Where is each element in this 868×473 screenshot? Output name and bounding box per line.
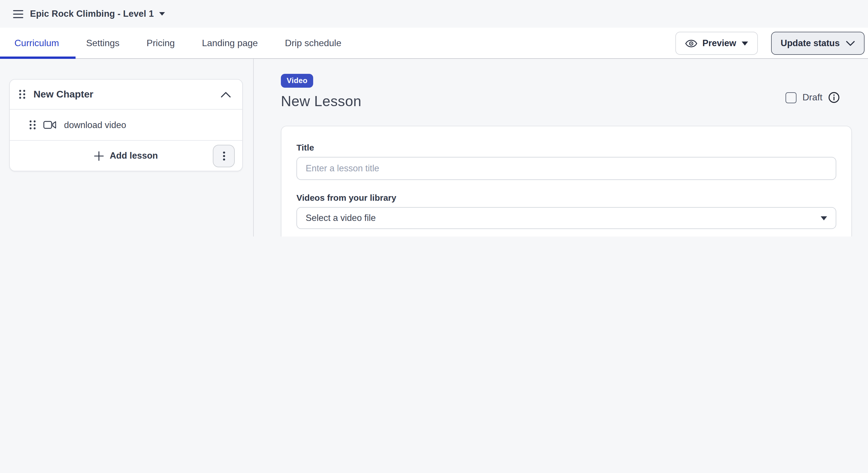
video-camera-icon	[43, 121, 57, 129]
tab-pricing[interactable]: Pricing	[147, 28, 175, 58]
header-actions: Preview Update status	[675, 32, 865, 55]
lesson-form-card: Title Videos from your library Select a …	[281, 126, 852, 236]
hamburger-menu-icon[interactable]	[9, 5, 27, 23]
drag-handle-icon[interactable]	[29, 120, 36, 130]
eye-icon	[685, 39, 697, 48]
library-label: Videos from your library	[297, 193, 836, 202]
lesson-row[interactable]: download video	[10, 109, 242, 140]
update-status-button[interactable]: Update status	[771, 32, 865, 55]
course-title-dropdown[interactable]: Epic Rock Climbing - Level 1	[30, 9, 165, 19]
lesson-heading: New Lesson	[281, 93, 868, 109]
draft-label: Draft	[803, 92, 823, 103]
tab-landing-page[interactable]: Landing page	[202, 28, 258, 58]
update-status-label: Update status	[781, 38, 840, 49]
curriculum-sidebar: New Chapter download video	[0, 59, 254, 236]
lesson-item-title: download video	[64, 120, 126, 130]
collapse-chapter-button[interactable]	[219, 89, 233, 99]
top-bar: Epic Rock Climbing - Level 1	[0, 0, 868, 28]
preview-label: Preview	[703, 38, 736, 49]
plus-icon	[94, 151, 104, 161]
info-icon[interactable]	[828, 92, 840, 103]
lesson-type-badge: Video	[281, 74, 313, 88]
add-lesson-button[interactable]: Add lesson	[91, 150, 161, 161]
lesson-editor: Video New Lesson Draft Title Videos from…	[254, 59, 868, 236]
draft-control: Draft	[786, 92, 840, 103]
tab-bar: Curriculum Settings Pricing Landing page…	[0, 28, 868, 59]
tab-settings[interactable]: Settings	[86, 28, 120, 58]
course-title: Epic Rock Climbing - Level 1	[30, 9, 154, 19]
video-library-select[interactable]: Select a video file	[297, 207, 836, 229]
chevron-down-icon	[846, 41, 855, 46]
chapter-header[interactable]: New Chapter	[10, 80, 242, 109]
preview-button[interactable]: Preview	[675, 32, 757, 55]
tab-drip-schedule[interactable]: Drip schedule	[285, 28, 341, 58]
add-lesson-row: Add lesson	[10, 140, 242, 171]
lesson-title-input[interactable]	[297, 157, 836, 180]
draft-checkbox[interactable]	[786, 92, 797, 103]
tab-curriculum[interactable]: Curriculum	[14, 28, 59, 58]
add-lesson-label: Add lesson	[110, 151, 158, 161]
title-label: Title	[297, 143, 836, 152]
library-selected-value: Select a video file	[306, 213, 376, 223]
active-tab-indicator	[0, 57, 75, 59]
tabs: Curriculum Settings Pricing Landing page…	[14, 28, 341, 58]
app-window: Epic Rock Climbing - Level 1 Curriculum …	[0, 0, 868, 236]
chapter-menu-button[interactable]	[213, 145, 235, 167]
chapter-card: New Chapter download video	[9, 79, 243, 171]
drag-handle-icon[interactable]	[19, 89, 25, 99]
caret-down-icon	[741, 41, 748, 45]
caret-down-icon	[821, 216, 827, 220]
content-area: New Chapter download video	[0, 59, 868, 236]
caret-down-icon	[159, 12, 165, 15]
chapter-title: New Chapter	[33, 89, 93, 100]
